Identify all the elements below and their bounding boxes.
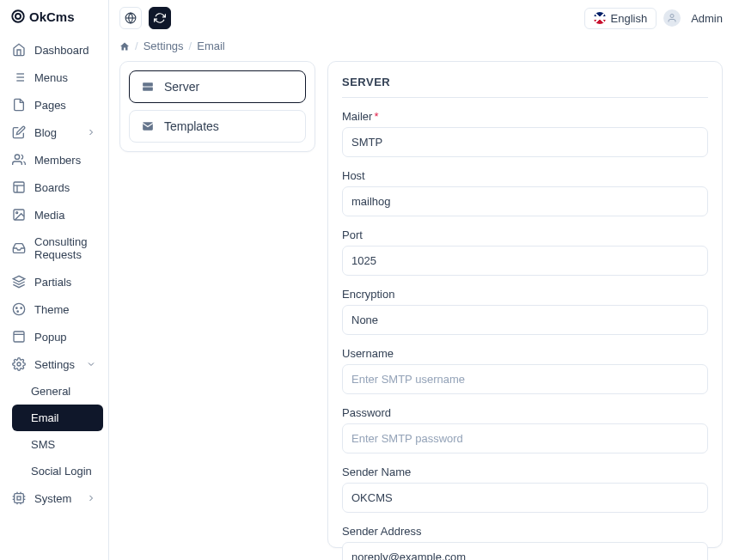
tab-templates[interactable]: Templates: [129, 110, 306, 143]
layers-icon: [12, 275, 26, 289]
svg-point-18: [17, 311, 18, 312]
sidebar-sub-email[interactable]: Email: [12, 405, 103, 431]
breadcrumb: / Settings / Email: [109, 36, 733, 61]
sidebar-item-pages[interactable]: Pages: [5, 91, 103, 119]
svg-rect-35: [143, 82, 153, 86]
sidebar-item-label: Email: [31, 411, 59, 424]
sidebar-item-label: Members: [34, 154, 81, 167]
host-input[interactable]: [342, 186, 708, 216]
tab-server[interactable]: Server: [129, 70, 306, 103]
tab-label: Templates: [164, 119, 219, 133]
sidebar-item-dashboard[interactable]: Dashboard: [5, 36, 103, 64]
field-mailer: Mailer*: [342, 110, 708, 157]
home-icon: [119, 41, 130, 52]
sidebar: OkCms Dashboard Menus Pages Blog: [0, 0, 109, 560]
svg-rect-9: [14, 182, 24, 192]
sidebar-item-label: Menus: [34, 71, 68, 84]
sidebar-item-label: SMS: [31, 438, 55, 451]
gear-icon: [12, 357, 26, 371]
field-password: Password: [342, 406, 708, 453]
svg-point-15: [13, 303, 24, 314]
chevron-right-icon: [86, 127, 96, 137]
field-port: Port: [342, 228, 708, 276]
sidebar-item-menus[interactable]: Menus: [5, 64, 103, 91]
field-username: Username: [342, 347, 708, 394]
sidebar-item-label: Pages: [34, 99, 66, 112]
breadcrumb-sep: /: [135, 40, 138, 52]
sender-name-label: Sender Name: [342, 466, 708, 478]
sender-address-input[interactable]: [342, 542, 708, 560]
svg-point-21: [17, 362, 21, 366]
field-sender-name: Sender Name: [342, 466, 708, 513]
breadcrumb-current: Email: [197, 40, 225, 52]
mailer-label: Mailer*: [342, 110, 708, 123]
sidebar-item-partials[interactable]: Partials: [5, 268, 103, 295]
sidebar-item-boards[interactable]: Boards: [5, 173, 103, 201]
users-icon: [12, 153, 26, 167]
avatar[interactable]: [663, 9, 681, 27]
mail-icon: [140, 120, 156, 132]
globe-button[interactable]: [119, 7, 142, 29]
sidebar-item-label: Media: [34, 209, 64, 222]
sidebar-item-label: General: [31, 385, 70, 398]
tab-label: Server: [164, 80, 199, 94]
user-icon: [667, 13, 677, 23]
language-label: English: [611, 12, 648, 25]
sidebar-sub-social-login[interactable]: Social Login: [12, 458, 103, 484]
server-icon: [140, 81, 156, 93]
username-input[interactable]: [342, 364, 708, 394]
password-label: Password: [342, 406, 708, 419]
sidebar-item-settings[interactable]: Settings: [5, 350, 103, 378]
logo[interactable]: OkCms: [0, 0, 108, 33]
sidebar-item-label: Settings: [34, 358, 75, 371]
username-label: Username: [342, 347, 708, 360]
field-encryption: Encryption: [342, 288, 708, 335]
breadcrumb-settings[interactable]: Settings: [144, 40, 184, 52]
host-label: Host: [342, 169, 708, 182]
field-host: Host: [342, 169, 708, 216]
sidebar-item-blog[interactable]: Blog: [5, 119, 103, 146]
content: Server Templates SERVER Mailer* Host: [109, 61, 733, 560]
svg-point-0: [12, 10, 24, 22]
layout-icon: [12, 180, 26, 194]
globe-icon: [125, 12, 137, 24]
sidebar-sub-general[interactable]: General: [12, 378, 103, 405]
sender-name-input[interactable]: [342, 483, 708, 513]
mailer-input[interactable]: [342, 127, 708, 157]
sidebar-settings-submenu: General Email SMS Social Login: [5, 378, 103, 484]
sidebar-item-theme[interactable]: Theme: [5, 295, 103, 323]
sidebar-item-popup[interactable]: Popup: [5, 323, 103, 350]
sidebar-item-system[interactable]: System: [5, 484, 103, 512]
image-icon: [12, 208, 26, 222]
main: English Admin / Settings / Email Server: [109, 0, 733, 560]
flag-icon: [594, 12, 606, 24]
required-mark: *: [374, 110, 378, 123]
port-input[interactable]: [342, 246, 708, 276]
sidebar-sub-sms[interactable]: SMS: [12, 431, 103, 458]
refresh-icon: [154, 12, 166, 24]
encryption-label: Encryption: [342, 288, 708, 301]
chevron-right-icon: [86, 493, 96, 503]
sidebar-item-consulting[interactable]: Consulting Requests: [5, 228, 103, 268]
palette-icon: [12, 302, 26, 316]
sidebar-item-label: Popup: [34, 331, 67, 344]
sidebar-nav: Dashboard Menus Pages Blog Members B: [0, 33, 108, 560]
svg-rect-36: [143, 88, 153, 91]
svg-point-8: [15, 155, 19, 159]
sidebar-item-label: Theme: [34, 303, 69, 316]
password-input[interactable]: [342, 423, 708, 453]
sidebar-item-media[interactable]: Media: [5, 201, 103, 228]
sidebar-item-label: Dashboard: [34, 44, 89, 57]
language-button[interactable]: English: [584, 8, 657, 29]
window-icon: [12, 330, 26, 344]
svg-rect-22: [15, 494, 24, 503]
encryption-input[interactable]: [342, 305, 708, 335]
file-icon: [12, 98, 26, 112]
breadcrumb-home[interactable]: [119, 41, 130, 52]
svg-point-34: [670, 15, 674, 18]
topbar: English Admin: [109, 0, 733, 36]
field-sender-address: Sender Address: [342, 525, 708, 560]
sidebar-item-members[interactable]: Members: [5, 146, 103, 173]
user-label: Admin: [691, 12, 723, 25]
refresh-button[interactable]: [149, 7, 171, 29]
